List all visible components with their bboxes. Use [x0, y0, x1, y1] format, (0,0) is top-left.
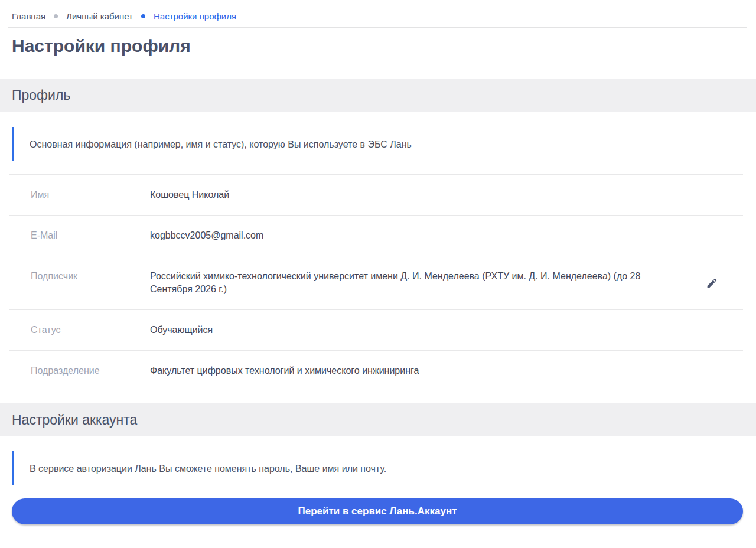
field-row-department: Подразделение Факультет цифровых техноло…	[9, 351, 743, 391]
breadcrumb-divider	[8, 27, 747, 28]
field-label-status: Статус	[9, 324, 150, 336]
field-value-email: kogbbccv2005@gmail.com	[150, 229, 263, 242]
account-info-note-text: В сервисе авторизации Лань Вы сможете по…	[30, 462, 386, 475]
account-info-note: В сервисе авторизации Лань Вы сможете по…	[12, 451, 743, 485]
field-label-subscriber: Подписчик	[9, 270, 150, 282]
breadcrumb-separator-dot-active	[141, 14, 145, 18]
field-value-name: Кошовец Николай	[150, 188, 229, 201]
breadcrumb: Главная Личный кабинет Настройки профиля	[12, 0, 743, 21]
breadcrumb-personal-cabinet[interactable]: Личный кабинет	[66, 11, 133, 21]
field-row-subscriber: Подписчик Российский химико-технологичес…	[9, 256, 743, 310]
edit-subscriber-button[interactable]	[703, 275, 721, 292]
profile-field-list: Имя Кошовец Николай E-Mail kogbbccv2005@…	[9, 174, 743, 391]
field-row-name: Имя Кошовец Николай	[9, 175, 743, 216]
field-value-subscriber: Российский химико-технологический универ…	[150, 270, 662, 296]
field-label-department: Подразделение	[9, 364, 150, 377]
profile-info-note: Основная информация (например, имя и ста…	[12, 127, 743, 161]
field-value-department: Факультет цифровых технологий и химическ…	[150, 364, 419, 377]
breadcrumb-profile-settings[interactable]: Настройки профиля	[154, 11, 236, 21]
section-header-profile: Профиль	[0, 79, 756, 112]
section-title-profile: Профиль	[12, 87, 70, 103]
profile-info-note-text: Основная информация (например, имя и ста…	[30, 138, 412, 151]
field-row-status: Статус Обучающийся	[9, 310, 743, 351]
breadcrumb-separator-dot	[54, 14, 58, 18]
field-value-status: Обучающийся	[150, 324, 213, 337]
breadcrumb-home[interactable]: Главная	[12, 11, 45, 21]
field-row-email: E-Mail kogbbccv2005@gmail.com	[9, 216, 743, 256]
section-header-account: Настройки аккаунта	[0, 403, 756, 436]
field-label-email: E-Mail	[9, 229, 150, 242]
go-to-lan-account-button[interactable]: Перейти в сервис Лань.Аккаунт	[12, 498, 743, 524]
page-title: Настройки профиля	[12, 35, 743, 57]
section-title-account: Настройки аккаунта	[12, 412, 137, 428]
pencil-icon	[706, 277, 718, 289]
field-label-name: Имя	[9, 188, 150, 201]
